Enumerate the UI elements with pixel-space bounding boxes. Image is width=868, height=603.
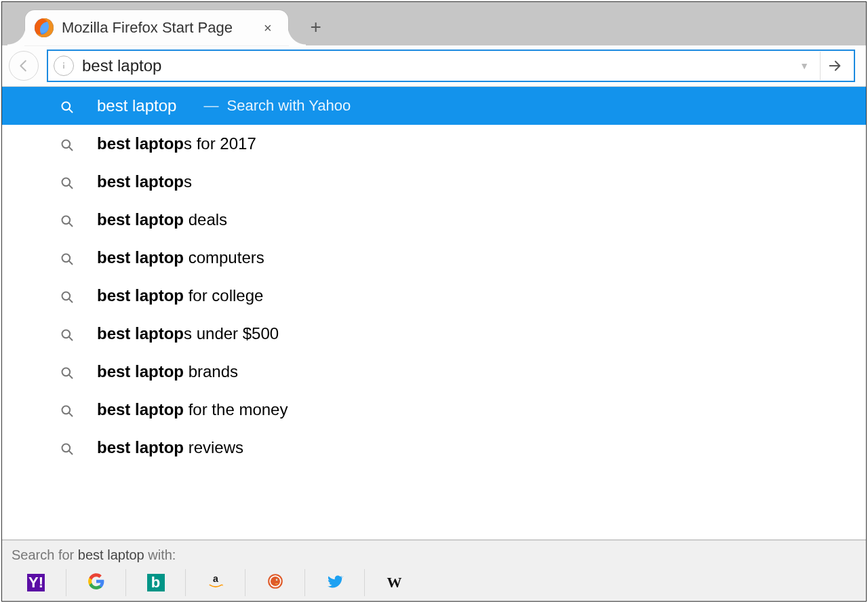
url-bar[interactable]: ▼ (47, 50, 855, 82)
search-engine-row: Y!baW (2, 568, 866, 601)
browser-window: Mozilla Firefox Start Page × + ▼ (1, 1, 867, 602)
identity-icon[interactable] (54, 56, 74, 76)
search-engine-amazon[interactable]: a (185, 569, 245, 596)
search-icon (60, 251, 74, 265)
svg-point-27 (277, 579, 277, 580)
autocomplete-text: best laptop reviews (97, 438, 243, 457)
autocomplete-item[interactable]: best laptops under $500 (2, 315, 866, 353)
search-footer-prefix: Search for (12, 547, 74, 562)
search-icon (60, 289, 74, 303)
svg-line-7 (69, 185, 73, 189)
bing-icon: b (147, 574, 165, 591)
autocomplete-text: best laptop computers (97, 248, 264, 267)
autocomplete-popup: best laptop— Search with Yahoobest lapto… (2, 86, 866, 540)
svg-line-11 (69, 261, 73, 265)
svg-line-21 (69, 451, 73, 454)
search-icon (60, 365, 74, 378)
search-footer-query: best laptop (78, 547, 144, 562)
search-icon (60, 213, 74, 227)
info-icon (62, 62, 66, 70)
autocomplete-text: best laptop deals (97, 210, 227, 229)
svg-line-19 (69, 413, 73, 416)
arrow-right-icon (827, 58, 842, 73)
autocomplete-item[interactable]: best laptop computers (2, 239, 866, 277)
svg-line-5 (69, 147, 73, 151)
search-footer-label: Search for best laptop with: (2, 541, 866, 568)
twitter-icon (326, 572, 344, 593)
search-engine-bing[interactable]: b (125, 569, 185, 596)
autocomplete-item[interactable]: best laptop— Search with Yahoo (2, 87, 866, 125)
svg-line-17 (69, 375, 73, 378)
autocomplete-text: best laptop for college (97, 286, 263, 305)
tab-title: Mozilla Firefox Start Page (62, 19, 233, 37)
google-icon (87, 572, 105, 593)
autocomplete-text: best laptop for the money (97, 400, 288, 419)
amazon-icon: a (207, 572, 224, 593)
tab-close-button[interactable]: × (260, 18, 276, 39)
search-footer-suffix: with: (148, 547, 176, 562)
svg-point-0 (63, 62, 64, 64)
search-icon (60, 441, 74, 454)
search-engine-yahoo[interactable]: Y! (6, 569, 66, 596)
autocomplete-text: best laptop (97, 96, 176, 115)
autocomplete-text: best laptops under $500 (97, 324, 279, 343)
search-engine-twitter[interactable] (304, 569, 364, 596)
autocomplete-text: best laptops for 2017 (97, 134, 256, 153)
autocomplete-item[interactable]: best laptops (2, 163, 866, 201)
svg-line-13 (69, 299, 73, 303)
back-button[interactable] (9, 51, 39, 81)
tab-active[interactable]: Mozilla Firefox Start Page × (25, 10, 288, 45)
autocomplete-hint: — Search with Yahoo (199, 97, 351, 115)
yahoo-icon: Y! (27, 574, 45, 591)
search-icon (60, 175, 74, 189)
autocomplete-item[interactable]: best laptop deals (2, 201, 866, 239)
firefox-icon (35, 18, 54, 37)
nav-toolbar: ▼ (2, 45, 866, 86)
duckduckgo-icon (267, 572, 284, 593)
search-icon (60, 99, 74, 113)
url-input[interactable] (82, 56, 793, 75)
autocomplete-item[interactable]: best laptop reviews (2, 429, 866, 467)
autocomplete-item[interactable]: best laptop for college (2, 277, 866, 315)
autocomplete-text: best laptops (97, 172, 192, 191)
autocomplete-item[interactable]: best laptops for 2017 (2, 125, 866, 163)
search-engine-duckduckgo[interactable] (245, 569, 304, 596)
svg-line-3 (69, 109, 73, 113)
wikipedia-icon: W (386, 574, 403, 591)
arrow-left-icon (16, 58, 31, 73)
svg-text:a: a (213, 573, 218, 584)
search-icon (60, 327, 74, 341)
search-engine-wikipedia[interactable]: W (364, 569, 424, 596)
autocomplete-item[interactable]: best laptop for the money (2, 391, 866, 429)
search-engine-google[interactable] (66, 569, 125, 596)
autocomplete-text: best laptop brands (97, 362, 238, 381)
search-icon (60, 403, 74, 416)
svg-rect-1 (63, 64, 64, 69)
autocomplete-item[interactable]: best laptop brands (2, 353, 866, 391)
svg-line-15 (69, 337, 73, 341)
svg-line-9 (69, 223, 73, 227)
go-button[interactable] (820, 52, 848, 80)
tab-strip: Mozilla Firefox Start Page × + (2, 2, 866, 45)
history-dropmarker[interactable]: ▼ (793, 60, 816, 71)
search-footer: Search for best laptop with: Y!baW (2, 540, 866, 601)
svg-point-25 (270, 577, 279, 586)
search-icon (60, 137, 74, 151)
